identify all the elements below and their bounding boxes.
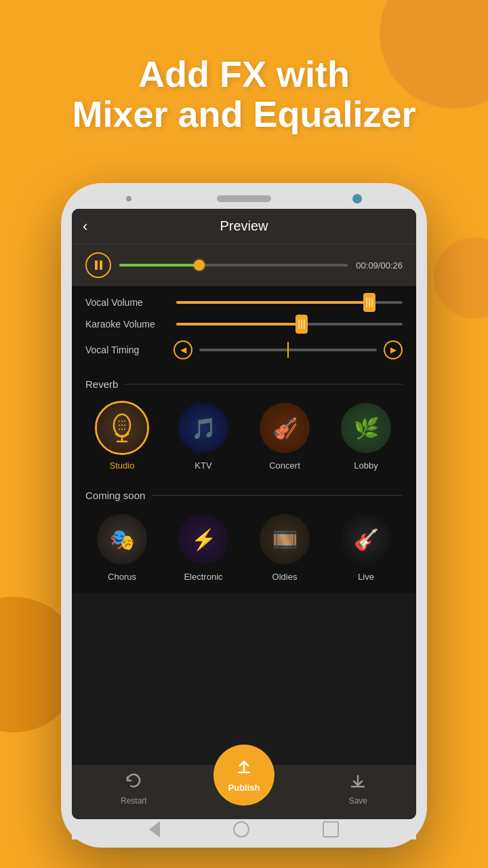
fx-item-electronic[interactable]: ⚡ Electronic [167,512,240,582]
fx-name-ktv: KTV [195,460,211,471]
reverb-section-label: Reverb [85,370,403,401]
fx-concert-bg: 🎻 [260,403,310,453]
publish-button[interactable]: Publish [214,745,274,806]
publish-icon [235,757,253,781]
phone-bottom-bar [72,819,416,840]
karaoke-volume-fill [176,323,301,326]
fx-item-studio[interactable]: Studio [85,401,159,471]
fx-circle-studio [95,401,149,455]
restart-label: Restart [121,796,147,806]
fx-name-concert: Concert [269,460,300,471]
fx-name-live: Live [358,572,374,582]
back-button[interactable]: ‹ [83,218,87,235]
karaoke-volume-thumb [296,315,308,334]
karaoke-volume-label: Karaoke Volume [85,319,167,330]
pause-bar-right [100,260,102,270]
fx-studio-bg [97,403,147,453]
vocal-volume-row: Vocal Volume [85,297,403,308]
fx-name-chorus: Chorus [108,572,136,582]
fx-circle-live: 🎸 [339,512,393,566]
fx-item-oldies[interactable]: 🎞️ Oldies [248,512,321,582]
save-icon [349,772,367,793]
publish-label: Publish [228,783,260,793]
app-header: ‹ Preview [72,209,416,243]
coming-soon-divider [152,495,403,496]
phone-home-btn[interactable] [233,821,249,837]
nav-item-save[interactable]: Save [349,772,367,806]
vocal-volume-track[interactable] [176,301,403,304]
progress-track[interactable] [119,264,348,267]
fx-item-concert[interactable]: 🎻 Concert [248,401,321,471]
timing-track[interactable] [199,349,377,351]
phone-back-btn[interactable] [149,821,160,837]
reverb-fx-grid: Studio 🎵 KTV [85,401,403,471]
controls-section: Vocal Volume Karaoke Volume [72,286,416,370]
bottom-nav: Restart Publish [72,765,416,819]
fx-item-chorus[interactable]: 🎭 Chorus [85,512,159,582]
phone-screen: ‹ Preview 00:09/00:26 [72,209,416,819]
reverb-divider [125,384,403,384]
fx-circle-ktv: 🎵 [176,401,230,455]
vocal-volume-thumb [363,293,375,312]
fx-circle-lobby: 🌿 [339,401,393,455]
fx-name-studio: Studio [110,460,135,471]
phone-speaker [217,195,271,202]
vocal-volume-label: Vocal Volume [85,297,167,308]
fx-live-bg: 🎸 [341,514,391,564]
progress-thumb [194,260,205,271]
restart-icon [125,772,142,793]
pause-button[interactable] [85,252,111,278]
fx-electronic-bg: ⚡ [178,514,228,564]
save-label: Save [349,796,367,806]
bg-decoration-mid-right [434,237,488,319]
coming-soon-label: Coming soon [85,481,403,512]
fx-item-lobby[interactable]: 🌿 Lobby [329,401,403,471]
playback-bar: 00:09/00:26 [72,243,416,286]
header-title: Preview [220,218,268,234]
pause-bar-left [95,260,98,270]
nav-item-restart[interactable]: Restart [121,772,147,806]
vocal-timing-row: Vocal Timing ◀ ▶ [85,340,403,359]
time-display: 00:09/00:26 [356,260,403,271]
hero-text: Add FX with Mixer and Equalizer [0,54,488,135]
timing-left-arrow[interactable]: ◀ [174,340,192,359]
fx-circle-electronic: ⚡ [176,512,230,566]
phone-shell: ‹ Preview 00:09/00:26 [61,183,427,848]
screen-scroll[interactable]: Vocal Volume Karaoke Volume [72,286,416,765]
fx-circle-chorus: 🎭 [95,512,149,566]
coming-soon-section: Coming soon 🎭 Chorus [72,481,416,593]
phone-recents-btn[interactable] [323,821,339,837]
fx-chorus-bg: 🎭 [97,514,147,564]
pause-icon [95,260,102,270]
fx-item-ktv[interactable]: 🎵 KTV [167,401,240,471]
timing-right-arrow[interactable]: ▶ [384,340,403,359]
timing-center-line [287,342,289,358]
fx-name-electronic: Electronic [184,572,222,582]
phone-top-bar [72,195,416,202]
karaoke-volume-row: Karaoke Volume [85,319,403,330]
fx-name-oldies: Oldies [272,572,298,582]
phone-mic-dot [126,196,131,201]
fx-circle-concert: 🎻 [258,401,312,455]
progress-fill [119,264,199,267]
vocal-timing-label: Vocal Timing [85,344,167,355]
fx-lobby-bg: 🌿 [341,403,391,453]
phone-camera [352,194,362,203]
fx-ktv-bg: 🎵 [178,403,228,453]
fx-circle-oldies: 🎞️ [258,512,312,566]
fx-name-lobby: Lobby [354,460,378,471]
reverb-section: Reverb [72,370,416,481]
vocal-volume-fill [176,301,369,304]
hero-line1: Add FX with [27,54,461,94]
coming-soon-fx-grid: 🎭 Chorus ⚡ Electronic [85,512,403,582]
karaoke-volume-track[interactable] [176,323,403,326]
fx-item-live[interactable]: 🎸 Live [329,512,403,582]
hero-line2: Mixer and Equalizer [27,94,461,134]
fx-oldies-bg: 🎞️ [260,514,310,564]
